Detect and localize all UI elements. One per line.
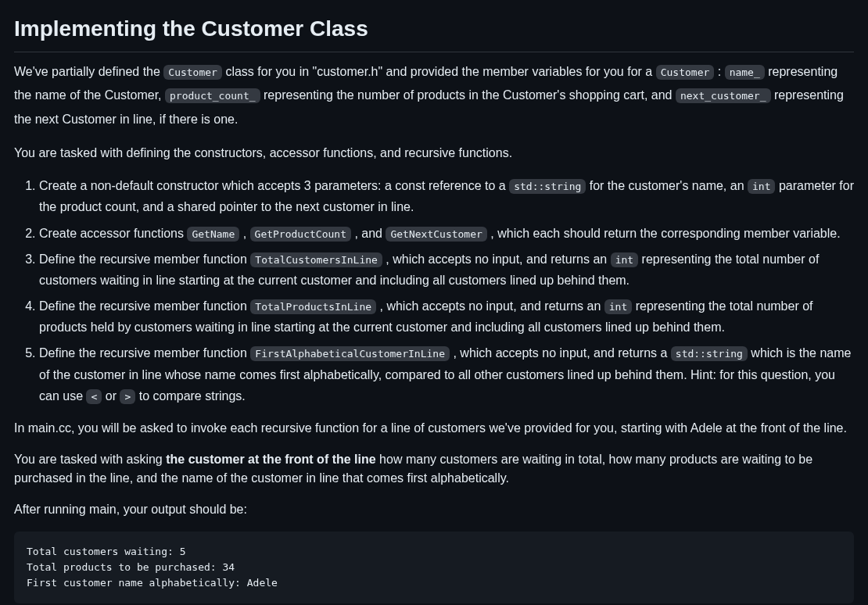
text: Create accessor functions [39,227,187,240]
code-std-string: std::string [509,179,586,194]
step-1: Create a non-default constructor which a… [39,175,854,217]
code-greater-than: > [120,389,135,404]
text: , [239,227,249,240]
document-body: Implementing the Customer Class We've pa… [0,0,868,605]
text: You are tasked with asking [14,453,166,466]
code-totalcustomersinline: TotalCustomersInLine [250,252,382,267]
code-customer: Customer [163,65,222,80]
step-5: Define the recursive member function Fir… [39,342,854,406]
text: , which accepts no input, and returns an [376,299,604,313]
page-title: Implementing the Customer Class [14,13,854,52]
task-intro: You are tasked with defining the constru… [14,144,854,163]
text: or [102,389,120,403]
code-next-customer-var: next_customer_ [676,88,771,103]
text: , which accepts no input, and returns an [382,252,611,266]
step-3: Define the recursive member function Tot… [39,249,854,291]
code-int: int [611,252,638,267]
code-totalproductsinline: TotalProductsInLine [250,299,376,314]
intro-paragraph: We've partially defined the Customer cla… [14,60,854,131]
text: , and [351,227,386,240]
code-getproductcount: GetProductCount [250,227,351,242]
code-name-var: name_ [725,65,765,80]
code-customer: Customer [656,65,715,80]
step-4: Define the recursive member function Tot… [39,295,854,338]
code-firstalphabetical: FirstAlphabeticalCustomerInLine [250,346,450,361]
task-paragraph-2: You are tasked with asking the customer … [14,450,854,488]
code-int: int [604,299,632,314]
text: representing the number of products in t… [260,88,676,102]
text: We've partially defined the [14,65,163,78]
code-int: int [748,179,775,194]
text: , which accepts no input, and returns a [450,346,671,360]
main-paragraph: In main.cc, you will be asked to invoke … [14,419,854,438]
text: Define the recursive member function [39,299,250,313]
code-std-string: std::string [671,346,748,361]
text: to compare strings. [135,389,246,403]
code-product-count-var: product_count_ [165,88,260,103]
text: Define the recursive member function [39,346,250,360]
output-intro: After running main, your output should b… [14,500,854,519]
text: : [714,65,724,78]
text: Define the recursive member function [39,252,250,266]
code-getnextcustomer: GetNextCustomer [386,227,486,242]
text: for the customer's name, an [586,179,748,192]
bold-front-of-line: the customer at the front of the line [166,453,375,466]
text: Create a non-default constructor which a… [39,179,509,192]
text: class for you in "customer.h" and provid… [222,65,656,78]
code-getname: GetName [187,227,239,242]
text: , which each should return the correspon… [487,227,841,240]
steps-list: Create a non-default constructor which a… [14,175,854,406]
expected-output-block: Total customers waiting: 5 Total product… [14,532,854,603]
step-2: Create accessor functions GetName , GetP… [39,223,854,244]
code-less-than: < [86,389,102,404]
